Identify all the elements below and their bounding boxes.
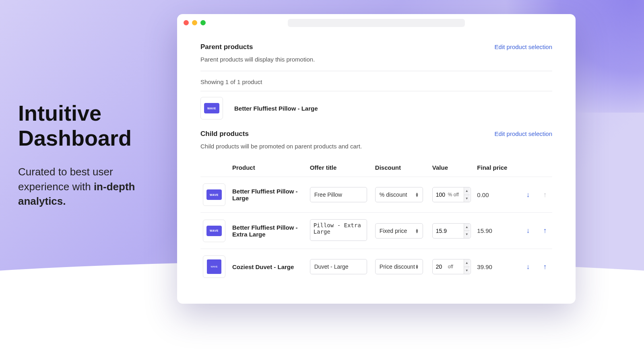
- child-description: Child products will be promoted on paren…: [200, 143, 552, 150]
- table-row: WAVEBetter Fluffiest Pillow - Extra Larg…: [200, 213, 552, 249]
- stepper-buttons[interactable]: ▲▼: [464, 259, 470, 274]
- final-price: 0.00: [477, 191, 489, 198]
- product-name: Better Fluffiest Pillow - Extra Large: [232, 224, 305, 238]
- stepper-buttons[interactable]: ▲▼: [464, 224, 470, 238]
- product-thumbnail: WAVE: [200, 97, 223, 119]
- move-up-button: ↑: [540, 190, 550, 200]
- value-suffix: off: [448, 264, 463, 269]
- value-stepper[interactable]: % off▲▼: [432, 187, 471, 202]
- child-section-header: Child products Edit product selection: [200, 130, 552, 138]
- stepper-down-icon[interactable]: ▼: [464, 267, 470, 274]
- value-input[interactable]: [436, 228, 447, 234]
- offer-title-input[interactable]: [310, 259, 367, 274]
- stepper-buttons[interactable]: ▲▼: [464, 187, 470, 202]
- traffic-lights: [184, 20, 206, 25]
- col-value: Value: [430, 158, 475, 177]
- window-titlebar: [177, 14, 576, 31]
- browser-window: Parent products Edit product selection P…: [177, 14, 576, 304]
- col-offer: Offer title: [308, 158, 373, 177]
- edit-child-selection-link[interactable]: Edit product selection: [495, 130, 552, 137]
- stepper-down-icon[interactable]: ▼: [464, 231, 470, 238]
- parent-product-row: WAVE Better Fluffiest Pillow - Large: [200, 91, 552, 130]
- stepper-down-icon[interactable]: ▼: [464, 195, 470, 202]
- product-thumbnail: WAVE: [203, 183, 225, 206]
- move-down-button[interactable]: ↓: [523, 226, 533, 236]
- minimize-icon[interactable]: [192, 20, 197, 25]
- maximize-icon[interactable]: [200, 20, 206, 25]
- duvet-icon: WAVE: [207, 259, 221, 274]
- value-stepper[interactable]: ▲▼: [432, 223, 471, 239]
- pillow-icon: WAVE: [204, 103, 219, 113]
- address-bar[interactable]: [288, 19, 465, 27]
- parent-product-name: Better Fluffiest Pillow - Large: [234, 105, 318, 112]
- parent-section-header: Parent products Edit product selection: [200, 43, 552, 51]
- hero-copy: IntuitiveDashboard Curated to best user …: [18, 101, 163, 208]
- table-row: WAVECoziest Duvet - LargePrice discount▲…: [200, 249, 552, 285]
- move-up-button[interactable]: ↑: [540, 262, 550, 272]
- parent-showing-count: Showing 1 of 1 product: [200, 71, 552, 91]
- col-discount: Discount: [373, 158, 430, 177]
- pillow-icon: WAVE: [206, 189, 222, 200]
- edit-parent-selection-link[interactable]: Edit product selection: [495, 43, 552, 50]
- move-down-button[interactable]: ↓: [523, 262, 533, 272]
- product-thumbnail: WAVE: [203, 255, 225, 278]
- product-name: Better Fluffiest Pillow - Large: [232, 188, 305, 202]
- discount-type-select[interactable]: Fixed price▲▼: [375, 223, 423, 239]
- stepper-up-icon[interactable]: ▲: [464, 187, 470, 195]
- child-heading: Child products: [200, 130, 249, 138]
- chevron-updown-icon: ▲▼: [415, 192, 419, 197]
- offer-title-input[interactable]: [310, 187, 367, 202]
- parent-heading: Parent products: [200, 43, 253, 51]
- table-row: WAVEBetter Fluffiest Pillow - Large% dis…: [200, 177, 552, 213]
- col-product: Product: [230, 158, 308, 177]
- offer-title-input[interactable]: [310, 219, 367, 241]
- final-price: 15.90: [477, 227, 492, 234]
- final-price: 39.90: [477, 263, 492, 270]
- stepper-up-icon[interactable]: ▲: [464, 224, 470, 231]
- hero-subtitle: Curated to best user experience with in-…: [18, 165, 163, 208]
- col-final: Final price: [475, 158, 511, 177]
- close-icon[interactable]: [184, 20, 189, 25]
- child-products-table: Product Offer title Discount Value Final…: [200, 158, 552, 284]
- chevron-updown-icon: ▲▼: [415, 228, 419, 233]
- discount-type-select[interactable]: % discount▲▼: [375, 187, 423, 202]
- parent-description: Parent products will display this promot…: [200, 56, 552, 63]
- value-stepper[interactable]: off▲▼: [432, 259, 471, 274]
- move-up-button[interactable]: ↑: [540, 226, 550, 236]
- value-input[interactable]: [436, 191, 447, 198]
- discount-type-select[interactable]: Price discount▲▼: [375, 259, 423, 274]
- stepper-up-icon[interactable]: ▲: [464, 259, 470, 267]
- product-name: Coziest Duvet - Large: [232, 263, 305, 270]
- pillow-icon: WAVE: [206, 226, 222, 236]
- hero-title: IntuitiveDashboard: [18, 101, 163, 150]
- chevron-updown-icon: ▲▼: [415, 264, 419, 269]
- product-thumbnail: WAVE: [203, 220, 225, 242]
- move-down-button[interactable]: ↓: [523, 190, 533, 200]
- value-suffix: % off: [448, 192, 463, 197]
- value-input[interactable]: [436, 263, 447, 270]
